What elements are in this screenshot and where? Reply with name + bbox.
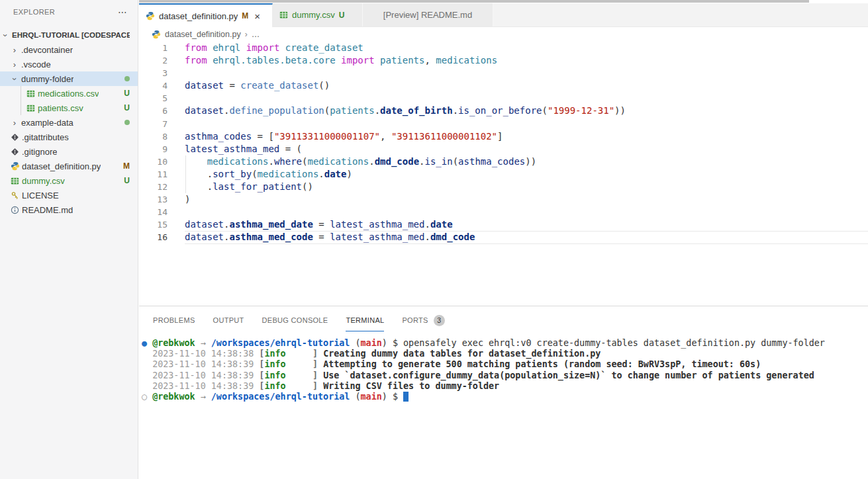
terminal-line-4: 2023-11-10 14:38:39 [info ] Use `dataset… bbox=[142, 370, 868, 381]
tree-item-label: LICENSE bbox=[22, 191, 59, 200]
code-line-2[interactable]: 2from ehrql.tables.beta.core import pati… bbox=[139, 54, 868, 67]
editor-group: dataset_definition.pyM×dummy.csvU[Previe… bbox=[139, 0, 868, 479]
folder-modified-dot bbox=[124, 76, 130, 81]
tree-item-label: dummy.csv bbox=[22, 176, 65, 186]
command-pending-dot-icon: ○ bbox=[142, 392, 152, 402]
tab-git-badge: U bbox=[339, 11, 345, 20]
tree-item-label: dummy-folder bbox=[21, 74, 73, 84]
tree-root-folder[interactable]: › EHRQL-TUTORIAL [CODESPACES:... bbox=[0, 28, 138, 42]
line-number: 16 bbox=[139, 231, 185, 243]
line-number: 2 bbox=[139, 54, 185, 67]
code-line-9[interactable]: 9latest_asthma_med = ( bbox=[139, 143, 868, 155]
tree-item-devcontainer[interactable]: ›.devcontainer bbox=[0, 42, 138, 57]
breadcrumb: dataset_definition.py › … bbox=[139, 27, 868, 42]
ports-count-badge: 3 bbox=[434, 315, 445, 326]
tree-item-dataset-definition-py[interactable]: dataset_definition.pyM bbox=[0, 159, 138, 173]
panel-tab-label: PROBLEMS bbox=[153, 316, 195, 324]
code-line-13[interactable]: 13) bbox=[139, 193, 868, 206]
line-content: latest_asthma_med = ( bbox=[185, 143, 868, 155]
git-icon bbox=[9, 133, 21, 142]
terminal-output[interactable]: ● @rebkwok → /workspaces/ehrql-tutorial … bbox=[139, 333, 868, 402]
python-icon bbox=[152, 30, 161, 39]
panel-tab-ports[interactable]: PORTS3 bbox=[402, 306, 444, 333]
panel-tab-label: PORTS bbox=[402, 316, 428, 324]
explorer-sidebar: EXPLORER ⋯ › EHRQL-TUTORIAL [CODESPACES:… bbox=[0, 0, 138, 479]
line-number: 4 bbox=[139, 79, 185, 92]
panel-tab-terminal[interactable]: TERMINAL bbox=[346, 308, 384, 331]
chevron-right-icon: › bbox=[9, 118, 20, 128]
code-line-6[interactable]: 6dataset.define_population(patients.date… bbox=[139, 105, 868, 117]
line-content: dataset = create_dataset() bbox=[185, 79, 868, 92]
chevron-right-icon: › bbox=[245, 30, 248, 39]
csv-icon bbox=[279, 11, 288, 19]
tab-dummy-csv[interactable]: dummy.csvU bbox=[273, 3, 363, 26]
code-line-3[interactable]: 3 bbox=[139, 67, 868, 79]
tree-item-dummy-folder[interactable]: ›dummy-folder bbox=[0, 71, 138, 86]
breadcrumb-file[interactable]: dataset_definition.py bbox=[165, 30, 241, 39]
panel-tab-debug-console[interactable]: DEBUG CONSOLE bbox=[262, 308, 328, 331]
chevron-down-icon: › bbox=[10, 73, 20, 84]
tab-label: [Preview] README.md bbox=[383, 10, 472, 20]
code-line-5[interactable]: 5 bbox=[139, 92, 868, 105]
code-line-12[interactable]: 12 .last_for_patient() bbox=[139, 181, 868, 193]
explorer-more-icon[interactable]: ⋯ bbox=[118, 7, 128, 17]
line-number: 13 bbox=[139, 193, 185, 206]
tree-item-license[interactable]: LICENSE bbox=[0, 188, 138, 202]
terminal-line-5: 2023-11-10 14:38:39 [info ] Writing CSV … bbox=[142, 381, 868, 392]
python-icon bbox=[9, 161, 21, 171]
line-number: 9 bbox=[139, 143, 185, 155]
tree-item-label: example-data bbox=[21, 118, 73, 128]
file-tree: › EHRQL-TUTORIAL [CODESPACES:... ›.devco… bbox=[0, 28, 138, 217]
code-line-15[interactable]: 15dataset.asthma_med_date = latest_asthm… bbox=[139, 218, 868, 231]
line-content bbox=[185, 206, 868, 218]
code-line-1[interactable]: 1from ehrql import create_dataset bbox=[139, 42, 868, 54]
tree-item-example-data[interactable]: ›example-data bbox=[0, 115, 138, 130]
code-line-8[interactable]: 8asthma_codes = ["39113311000001107", "3… bbox=[139, 130, 868, 143]
line-content bbox=[185, 118, 868, 130]
tab-dataset-definition-py[interactable]: dataset_definition.pyM× bbox=[139, 3, 273, 27]
chevron-right-icon: › bbox=[9, 45, 20, 55]
code-line-4[interactable]: 4dataset = create_dataset() bbox=[139, 79, 868, 92]
line-content: dataset.asthma_med_date = latest_asthma_… bbox=[185, 218, 868, 231]
code-editor[interactable]: 1from ehrql import create_dataset2from e… bbox=[139, 42, 868, 306]
code-line-7[interactable]: 7 bbox=[139, 118, 868, 130]
command-success-dot-icon: ● bbox=[142, 338, 152, 348]
key-icon bbox=[9, 191, 21, 200]
indent-guide bbox=[185, 155, 186, 193]
tree-item-readme-md[interactable]: README.md bbox=[0, 202, 138, 217]
line-number: 5 bbox=[139, 92, 185, 105]
tree-item-label: medications.csv bbox=[38, 89, 99, 99]
tree-item-gitignore[interactable]: .gitignore bbox=[0, 144, 138, 159]
git-status-badge: U bbox=[124, 89, 130, 98]
panel-tab-problems[interactable]: PROBLEMS bbox=[153, 308, 195, 331]
python-icon bbox=[146, 11, 155, 21]
tree-item-dummy-csv[interactable]: dummy.csvU bbox=[0, 173, 138, 188]
tree-item-label: dataset_definition.py bbox=[22, 161, 101, 171]
line-number: 7 bbox=[139, 118, 185, 130]
line-content: medications.where(medications.dmd_code.i… bbox=[185, 155, 868, 168]
tree-item-gitattributes[interactable]: .gitattributes bbox=[0, 130, 138, 144]
git-status-badge: U bbox=[124, 176, 130, 185]
git-icon bbox=[9, 148, 21, 156]
terminal-line-1: ● @rebkwok → /workspaces/ehrql-tutorial … bbox=[142, 338, 868, 349]
line-number: 3 bbox=[139, 67, 185, 79]
chevron-down-icon: › bbox=[1, 30, 11, 40]
tab-preview-readme-md[interactable]: [Preview] README.md bbox=[363, 3, 493, 26]
code-line-16[interactable]: 16dataset.asthma_med_code = latest_asthm… bbox=[139, 231, 868, 243]
close-icon[interactable]: × bbox=[254, 11, 260, 21]
code-line-11[interactable]: 11 .sort_by(medications.date) bbox=[139, 168, 868, 181]
tabbar-scrollbar[interactable] bbox=[139, 0, 809, 3]
panel-tab-output[interactable]: OUTPUT bbox=[213, 308, 244, 331]
line-number: 15 bbox=[139, 218, 185, 231]
panel-tab-label: OUTPUT bbox=[213, 316, 244, 324]
code-line-14[interactable]: 14 bbox=[139, 206, 868, 218]
line-content bbox=[185, 67, 868, 79]
line-content bbox=[185, 92, 868, 105]
tree-item-vscode[interactable]: ›.vscode bbox=[0, 57, 138, 71]
git-status-badge: M bbox=[123, 161, 130, 171]
tree-item-label: patients.csv bbox=[38, 103, 83, 113]
line-content: asthma_codes = ["39113311000001107", "39… bbox=[185, 130, 868, 143]
breadcrumb-more[interactable]: … bbox=[252, 30, 260, 39]
line-content: from ehrql.tables.beta.core import patie… bbox=[185, 54, 868, 67]
code-line-10[interactable]: 10 medications.where(medications.dmd_cod… bbox=[139, 155, 868, 168]
